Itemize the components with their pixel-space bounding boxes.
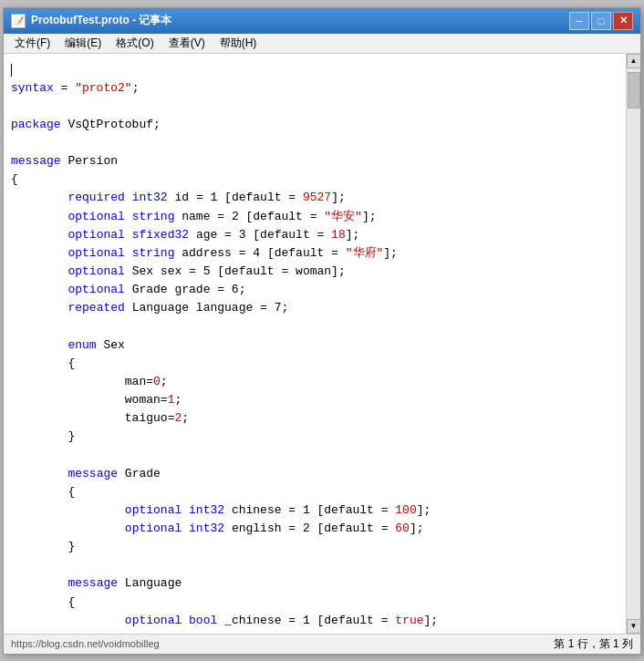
app-icon: 📝 xyxy=(11,14,26,28)
menu-format[interactable]: 格式(O) xyxy=(109,34,161,53)
status-position: 第 1 行，第 1 列 xyxy=(554,636,633,652)
scroll-up-button[interactable]: ▲ xyxy=(627,54,641,68)
status-bar: https://blog.csdn.net/voidmobilleg 第 1 行… xyxy=(4,634,640,654)
scroll-track[interactable] xyxy=(627,68,641,619)
menu-help[interactable]: 帮助(H) xyxy=(213,34,265,53)
window-title: ProtobufTest.proto - 记事本 xyxy=(31,13,171,28)
title-bar-left: 📝 ProtobufTest.proto - 记事本 xyxy=(11,13,171,28)
menu-edit[interactable]: 编辑(E) xyxy=(57,34,109,53)
title-bar: 📝 ProtobufTest.proto - 记事本 ─ □ ✕ xyxy=(4,8,640,34)
scroll-thumb[interactable] xyxy=(628,72,640,108)
main-window: 📝 ProtobufTest.proto - 记事本 ─ □ ✕ 文件(F) 编… xyxy=(3,7,641,655)
scroll-down-button[interactable]: ▼ xyxy=(627,619,641,634)
title-controls: ─ □ ✕ xyxy=(569,12,633,30)
close-button[interactable]: ✕ xyxy=(613,12,633,30)
menu-view[interactable]: 查看(V) xyxy=(161,34,213,53)
restore-button[interactable]: □ xyxy=(591,12,611,30)
status-watermark: https://blog.csdn.net/voidmobilleg xyxy=(11,638,554,649)
menu-bar: 文件(F) 编辑(E) 格式(O) 查看(V) 帮助(H) xyxy=(4,34,640,54)
code-editor[interactable]: syntax = "proto2"; package VsQtProtobuf;… xyxy=(4,57,626,634)
vertical-scrollbar[interactable]: ▲ ▼ xyxy=(626,54,640,634)
minimize-button[interactable]: ─ xyxy=(569,12,589,30)
editor-area[interactable]: syntax = "proto2"; package VsQtProtobuf;… xyxy=(4,54,626,634)
content-area: syntax = "proto2"; package VsQtProtobuf;… xyxy=(4,54,640,634)
menu-file[interactable]: 文件(F) xyxy=(7,34,57,53)
